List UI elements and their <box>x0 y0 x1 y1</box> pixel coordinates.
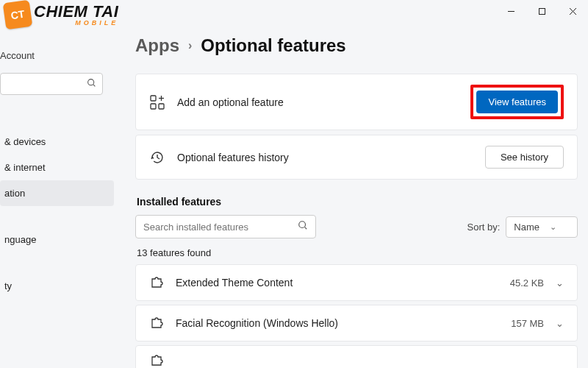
chevron-down-icon: ⌄ <box>550 222 556 232</box>
history-icon <box>149 149 165 166</box>
nav-item-security[interactable]: ty <box>0 273 114 299</box>
history-label: Optional features history <box>177 152 485 163</box>
highlight-annotation: View features <box>470 85 564 119</box>
sort-value: Name <box>514 222 539 233</box>
page-title: Optional features <box>201 35 345 56</box>
search-icon <box>298 220 308 233</box>
puzzle-icon <box>149 275 164 290</box>
search-icon <box>87 78 96 90</box>
svg-line-5 <box>93 85 95 86</box>
watermark-logo: CT CHIEM TAI MOBILE <box>4 1 118 28</box>
chevron-down-icon[interactable]: ⌄ <box>556 277 564 289</box>
svg-rect-8 <box>159 104 164 109</box>
close-button[interactable] <box>557 0 588 22</box>
feature-name: Extended Theme Content <box>176 277 510 289</box>
puzzle-icon <box>149 316 164 330</box>
feature-row[interactable]: Facial Recognition (Windows Hello) 157 M… <box>135 305 578 342</box>
nav-item-language[interactable]: nguage <box>0 227 114 252</box>
svg-rect-7 <box>151 104 156 109</box>
sort-label: Sort by: <box>467 222 501 233</box>
nav-item-internet[interactable]: & internet <box>0 155 114 180</box>
sidebar-search-input[interactable] <box>7 79 87 89</box>
puzzle-icon <box>149 353 164 368</box>
see-history-button[interactable]: See history <box>485 146 564 169</box>
chevron-down-icon[interactable]: ⌄ <box>556 318 564 329</box>
installed-search-input[interactable] <box>143 222 298 233</box>
svg-rect-1 <box>539 8 545 14</box>
feature-row[interactable] <box>135 345 578 368</box>
breadcrumb: Apps › Optional features <box>135 35 578 56</box>
add-feature-label: Add an optional feature <box>177 96 470 108</box>
nav-item-personalization[interactable]: ation <box>0 180 114 206</box>
installed-title: Installed features <box>137 196 578 208</box>
watermark-main: CHIEM TAI <box>34 4 118 20</box>
watermark-sub: MOBILE <box>34 20 118 26</box>
history-card: Optional features history See history <box>135 135 578 180</box>
chevron-right-icon: › <box>188 39 192 52</box>
account-label[interactable]: Account <box>0 44 114 73</box>
feature-row[interactable]: Extended Theme Content 45.2 KB ⌄ <box>135 264 578 301</box>
view-features-button[interactable]: View features <box>476 91 558 113</box>
nav-item-devices[interactable]: & devices <box>0 129 114 155</box>
add-feature-card: Add an optional feature View features <box>135 74 578 130</box>
result-count: 13 features found <box>137 247 578 258</box>
svg-point-11 <box>299 222 306 228</box>
minimize-button[interactable] <box>495 0 526 22</box>
feature-size: 157 MB <box>511 318 544 329</box>
svg-rect-6 <box>151 96 156 101</box>
watermark-badge: CT <box>3 0 33 29</box>
svg-point-4 <box>88 79 94 85</box>
breadcrumb-parent[interactable]: Apps <box>135 35 179 56</box>
sort-select[interactable]: Name ⌄ <box>506 216 578 238</box>
sidebar-search[interactable] <box>0 73 103 95</box>
installed-search[interactable] <box>135 215 316 238</box>
add-app-icon <box>149 94 165 110</box>
feature-size: 45.2 KB <box>510 277 544 289</box>
maximize-button[interactable] <box>526 0 557 22</box>
feature-name: Facial Recognition (Windows Hello) <box>176 317 511 329</box>
svg-line-12 <box>305 227 307 230</box>
